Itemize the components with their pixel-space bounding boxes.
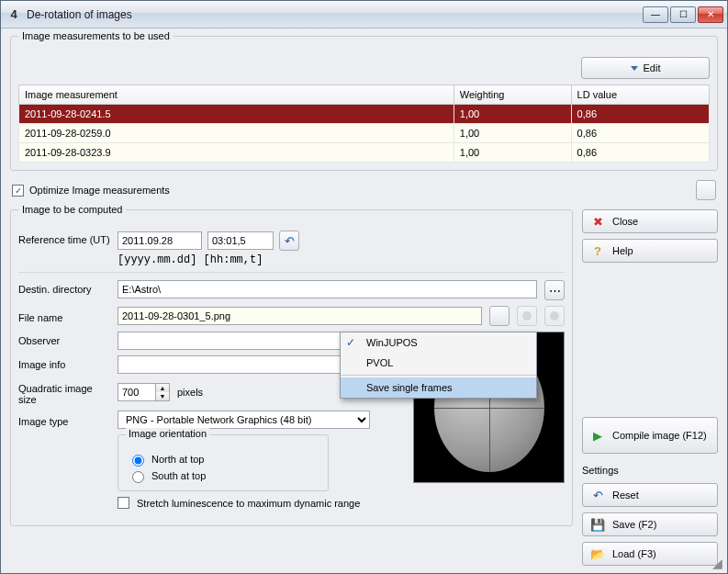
minimize-button[interactable]: — xyxy=(643,6,668,23)
orientation-group: Image orientation North at top South at … xyxy=(118,434,329,491)
table-row[interactable]: 2011-09-28-0323.9 1,00 0,86 xyxy=(19,143,710,163)
menu-item-save-frames[interactable]: Save single frames xyxy=(341,377,536,398)
settings-label: Settings xyxy=(582,465,718,476)
edit-button[interactable]: Edit xyxy=(581,57,710,79)
window-controls: — ☐ ✕ xyxy=(643,6,723,23)
directory-label: Destin. directory xyxy=(18,280,110,295)
table-row[interactable]: 2011-09-28-0241.5 1,00 0,86 xyxy=(19,105,710,124)
close-window-button[interactable]: ✕ xyxy=(698,6,723,23)
orientation-row: Image orientation North at top South at … xyxy=(18,434,404,491)
orientation-legend: Image orientation xyxy=(126,428,209,439)
stretch-checkbox[interactable] xyxy=(118,497,129,509)
edit-label: Edit xyxy=(644,62,661,73)
window: 4 De-rotation of images — ☐ ✕ Image meas… xyxy=(0,0,728,574)
record-button-2 xyxy=(544,306,565,326)
content: Image measurements to be used Edit Image… xyxy=(1,28,727,573)
reset-button[interactable]: ↶ Reset xyxy=(582,483,718,507)
collapse-button[interactable] xyxy=(696,180,716,200)
filename-label: File name xyxy=(18,309,110,323)
close-button[interactable]: ✖ Close xyxy=(582,209,718,233)
resize-grip[interactable]: ◢ xyxy=(712,558,725,571)
size-input[interactable] xyxy=(118,383,156,401)
size-spinner[interactable]: ▲▼ xyxy=(118,383,170,401)
close-icon: ✖ xyxy=(590,214,605,229)
sidebar: ✖ Close ? Help ▶ Compile image (F12) Set… xyxy=(582,209,718,566)
col-ld[interactable]: LD value xyxy=(571,85,709,105)
type-select[interactable]: PNG - Portable Network Graphics (48 bit) xyxy=(118,411,370,429)
circle-icon xyxy=(550,311,559,321)
maximize-button[interactable]: ☐ xyxy=(670,6,696,23)
undo-icon: ↶ xyxy=(590,488,605,502)
help-button[interactable]: ? Help xyxy=(582,239,718,263)
window-title: De-rotation of images xyxy=(27,8,643,21)
app-icon: 4 xyxy=(6,7,21,22)
ref-time-label: Reference time (UT) xyxy=(18,231,110,245)
filename-input[interactable] xyxy=(118,307,482,325)
table-row[interactable]: 2011-09-28-0259.0 1,00 0,86 xyxy=(19,124,710,143)
col-weighting[interactable]: Weighting xyxy=(454,85,571,105)
folder-icon: 📂 xyxy=(590,546,605,561)
chevron-down-icon xyxy=(631,66,638,71)
measurements-group: Image measurements to be used Edit Image… xyxy=(10,36,718,171)
orient-south-radio[interactable] xyxy=(132,471,144,483)
filename-menu-button[interactable] xyxy=(489,306,510,326)
size-label: Quadratic image size xyxy=(18,379,110,405)
type-row: Image type PNG - Portable Network Graphi… xyxy=(18,411,404,429)
check-icon: ✓ xyxy=(346,336,355,349)
titlebar: 4 De-rotation of images — ☐ ✕ xyxy=(1,1,727,28)
type-label: Image type xyxy=(18,412,110,427)
col-measurement[interactable]: Image measurement xyxy=(19,85,454,105)
optimize-row: ✓ Optimize Image measurements xyxy=(10,174,718,206)
play-icon: ▶ xyxy=(590,428,605,443)
stretch-label: Stretch luminescence to maximum dynamic … xyxy=(137,498,360,509)
filename-row: File name xyxy=(18,306,565,326)
directory-input[interactable] xyxy=(118,280,537,298)
directory-row: Destin. directory xyxy=(18,280,565,300)
optimize-label: Optimize Image measurements xyxy=(29,185,170,196)
spin-down[interactable]: ▼ xyxy=(156,392,169,400)
reset-time-button[interactable]: ↶ xyxy=(279,231,299,251)
stretch-row: Stretch luminescence to maximum dynamic … xyxy=(18,497,404,509)
info-label: Image info xyxy=(18,355,110,370)
measurements-legend: Image measurements to be used xyxy=(18,30,174,41)
filename-dropdown: ✓ WinJUPOS PVOL Save single frames xyxy=(340,332,537,399)
orient-north-option[interactable]: North at top xyxy=(128,452,319,467)
ref-time-row: Reference time (UT) ↶ [yyyy.mm.dd] [hh:m… xyxy=(18,231,565,266)
record-button-1 xyxy=(517,306,537,326)
compile-button[interactable]: ▶ Compile image (F12) xyxy=(582,417,718,454)
ref-time-input[interactable] xyxy=(207,231,274,250)
undo-icon: ↶ xyxy=(285,234,295,248)
circle-icon xyxy=(522,311,532,321)
orient-north-radio[interactable] xyxy=(132,455,144,467)
browse-directory-button[interactable] xyxy=(544,280,565,300)
save-button[interactable]: 💾 Save (F2) xyxy=(582,512,718,536)
measurements-table: Image measurement Weighting LD value 201… xyxy=(18,84,710,163)
compute-legend: Image to be computed xyxy=(18,204,126,215)
table-header-row: Image measurement Weighting LD value xyxy=(19,85,710,105)
save-icon: 💾 xyxy=(590,517,605,532)
orient-south-option[interactable]: South at top xyxy=(128,468,319,483)
optimize-checkbox[interactable]: ✓ xyxy=(12,185,24,197)
size-unit: pixels xyxy=(177,387,203,398)
observer-label: Observer xyxy=(18,332,110,346)
spin-up[interactable]: ▲ xyxy=(156,384,169,392)
ref-date-input[interactable] xyxy=(118,231,202,250)
menu-item-winjupos[interactable]: ✓ WinJUPOS xyxy=(341,332,536,353)
load-button[interactable]: 📂 Load (F3) xyxy=(582,542,718,566)
ref-hint: [yyyy.mm.dd] [hh:mm,t] xyxy=(118,253,299,266)
help-icon: ? xyxy=(590,243,605,258)
menu-item-pvol[interactable]: PVOL xyxy=(341,353,536,373)
